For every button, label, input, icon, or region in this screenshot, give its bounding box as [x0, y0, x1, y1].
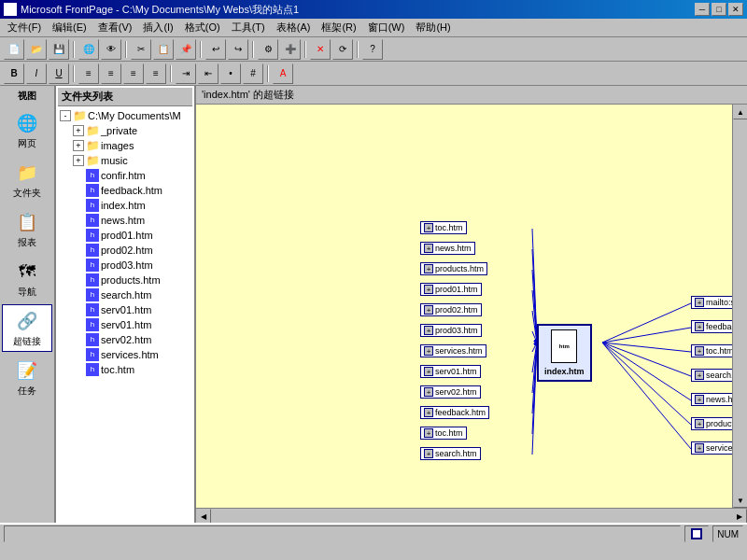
bullet-btn[interactable]: •	[220, 63, 241, 84]
left-node[interactable]: +serv02.htm	[420, 385, 481, 399]
tree-expand-btn[interactable]: +	[73, 140, 84, 151]
tree-item[interactable]: hindex.htm	[73, 198, 192, 213]
left-node[interactable]: +feedback.htm	[420, 406, 489, 419]
tree-item[interactable]: hserv01.htm	[73, 302, 192, 317]
underline-btn[interactable]: U	[49, 63, 69, 84]
indent-btn[interactable]: ⇥	[176, 63, 196, 84]
tree-item[interactable]: +📁images	[73, 138, 192, 153]
left-node[interactable]: +toc.htm	[420, 221, 467, 234]
scrollbar-bottom[interactable]: ◀ ▶	[196, 508, 747, 523]
align-justify-btn[interactable]: ≡	[146, 63, 166, 84]
align-left-btn[interactable]: ≡	[78, 63, 99, 84]
right-node[interactable]: +feedback.htm	[691, 320, 732, 333]
center-node[interactable]: htmindex.htm	[537, 324, 592, 382]
left-node[interactable]: +products.htm	[420, 262, 487, 275]
view-web[interactable]: 🌐 网页	[2, 106, 52, 154]
scroll-thumb-h[interactable]	[211, 509, 732, 523]
tree-expand-btn[interactable]: +	[73, 125, 84, 136]
cut-btn[interactable]: ✂	[131, 39, 151, 60]
menu-item[interactable]: 编辑(E)	[47, 19, 92, 36]
right-node[interactable]: +products.htm	[691, 417, 732, 430]
save-btn[interactable]: 💾	[49, 39, 69, 60]
maximize-button[interactable]: □	[712, 3, 726, 16]
tree-item[interactable]: hprod02.htm	[73, 243, 192, 258]
node-expand-btn[interactable]: +	[695, 371, 704, 380]
tree-item[interactable]: +📁_private	[73, 123, 192, 138]
node-expand-btn[interactable]: +	[424, 408, 433, 417]
node-expand-btn[interactable]: +	[424, 305, 433, 315]
node-expand-btn[interactable]: +	[424, 367, 433, 376]
scroll-down-btn[interactable]: ▼	[733, 493, 747, 508]
view-nav[interactable]: 🗺 导航	[2, 255, 52, 302]
left-node[interactable]: +search.htm	[420, 447, 481, 460]
preview-btn[interactable]: 👁	[101, 39, 121, 60]
node-expand-btn[interactable]: +	[695, 298, 704, 307]
outdent-btn[interactable]: ⇤	[198, 63, 218, 84]
menu-item[interactable]: 文件(F)	[2, 19, 47, 36]
number-btn[interactable]: #	[243, 63, 263, 84]
view-folder[interactable]: 📁 文件夹	[2, 156, 52, 203]
tree-item[interactable]: hproducts.htm	[73, 273, 192, 287]
node-expand-btn[interactable]: +	[424, 387, 433, 397]
tree-expand-btn[interactable]: +	[73, 155, 84, 166]
refresh-btn[interactable]: ⟳	[332, 39, 353, 60]
undo-btn[interactable]: ↩	[205, 39, 226, 60]
root-expand[interactable]: -	[60, 110, 71, 121]
tree-item[interactable]: hnews.htm	[73, 213, 192, 228]
node-expand-btn[interactable]: +	[424, 264, 433, 273]
graph-area[interactable]: htmindex.htm+toc.htm+news.htm+products.h…	[196, 105, 732, 508]
right-node[interactable]: +toc.htm	[691, 344, 732, 357]
right-node[interactable]: +news.htm	[691, 393, 732, 406]
node-expand-btn[interactable]: +	[424, 326, 433, 335]
menu-item[interactable]: 查看(V)	[92, 19, 138, 36]
tree-item[interactable]: hprod03.htm	[73, 258, 192, 273]
new-btn[interactable]: 📄	[4, 39, 24, 60]
help-btn[interactable]: ?	[362, 39, 383, 60]
tree-item[interactable]: +📁music	[73, 153, 192, 168]
scroll-left-btn[interactable]: ◀	[196, 509, 211, 523]
scrollbar-right[interactable]: ▲ ▼	[732, 105, 747, 508]
node-expand-btn[interactable]: +	[424, 244, 433, 253]
node-expand-btn[interactable]: +	[695, 395, 704, 404]
component-btn[interactable]: ⚙	[258, 39, 278, 60]
node-expand-btn[interactable]: +	[695, 443, 704, 453]
scroll-thumb-v[interactable]	[733, 119, 747, 493]
menu-item[interactable]: 帮助(H)	[410, 19, 456, 36]
menu-item[interactable]: 工具(T)	[226, 19, 271, 36]
node-expand-btn[interactable]: +	[424, 346, 433, 356]
view-tasks[interactable]: 📝 任务	[2, 354, 52, 401]
tree-item[interactable]: hconfir.htm	[73, 168, 192, 183]
redo-btn[interactable]: ↪	[228, 39, 248, 60]
node-expand-btn[interactable]: +	[424, 223, 433, 232]
node-expand-btn[interactable]: +	[695, 346, 704, 356]
copy-btn[interactable]: 📋	[153, 39, 174, 60]
menu-item[interactable]: 表格(A)	[271, 19, 317, 36]
insert-btn[interactable]: ➕	[280, 39, 301, 60]
view-reports[interactable]: 📋 报表	[2, 205, 52, 253]
menu-item[interactable]: 窗口(W)	[362, 19, 411, 36]
left-node[interactable]: +prod03.htm	[420, 324, 482, 337]
scroll-up-btn[interactable]: ▲	[733, 105, 747, 119]
left-node[interactable]: +toc.htm	[420, 427, 467, 440]
tree-root[interactable]: - 📁 C:\My Documents\M	[58, 108, 192, 123]
bold-btn[interactable]: B	[4, 63, 24, 84]
node-expand-btn[interactable]: +	[695, 419, 704, 428]
node-expand-btn[interactable]: +	[424, 285, 433, 294]
menu-item[interactable]: 框架(R)	[316, 19, 361, 36]
stop-btn[interactable]: ✕	[310, 39, 331, 60]
menu-item[interactable]: 格式(O)	[179, 19, 226, 36]
node-expand-btn[interactable]: +	[695, 322, 704, 331]
scroll-right-btn[interactable]: ▶	[732, 509, 747, 523]
node-expand-btn[interactable]: +	[424, 449, 433, 458]
left-node[interactable]: +news.htm	[420, 242, 475, 255]
right-node[interactable]: +services.htm	[691, 441, 732, 455]
tree-item[interactable]: hsearch.htm	[73, 287, 192, 302]
paste-btn[interactable]: 📌	[176, 39, 196, 60]
tree-item[interactable]: hserv01.htm	[73, 317, 192, 332]
left-node[interactable]: +prod02.htm	[420, 303, 482, 316]
left-node[interactable]: +services.htm	[420, 344, 486, 357]
right-node[interactable]: +mailto:someone@microsoft.com	[691, 296, 732, 309]
left-node[interactable]: +serv01.htm	[420, 365, 481, 378]
view-hyperlinks[interactable]: 🔗 超链接	[2, 304, 52, 352]
italic-btn[interactable]: I	[26, 63, 47, 84]
